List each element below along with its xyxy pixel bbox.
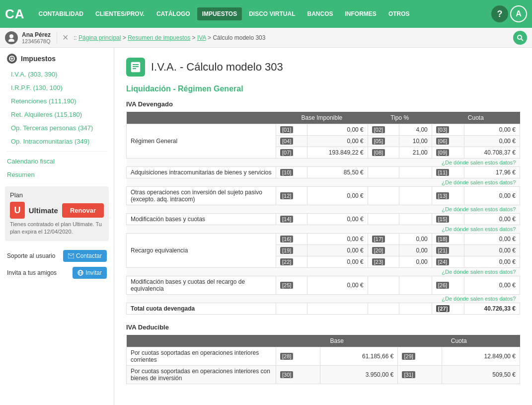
renovar-button[interactable]: Renovar	[62, 203, 104, 218]
donde-link-mod[interactable]: ¿De dónde salen estos datos?	[442, 226, 516, 232]
tag-17: [17]	[368, 234, 399, 245]
donde-link-regimen[interactable]: ¿De dónde salen estos datos?	[442, 160, 516, 165]
tag-empty-adq	[368, 167, 399, 178]
sidebar-item-irpf[interactable]: I.R.P.F. (130, 100)	[0, 81, 114, 94]
tag-29: [29]	[398, 347, 442, 366]
section-title: Liquidación - Régimen General	[126, 84, 520, 93]
tag-06: [06]	[432, 136, 464, 147]
iva-devengado-table: Base Imponible Tipo % Cuota Régimen Gene…	[126, 112, 520, 315]
tag-05: [05]	[368, 136, 399, 147]
tag-03: [03]	[432, 124, 464, 136]
tag-13: [13]	[432, 187, 464, 205]
tag-15: [15]	[432, 214, 464, 225]
donde-row-otras: ¿De dónde salen estos datos?	[127, 205, 520, 214]
val-empty-total2	[399, 303, 432, 315]
nav-catalogo[interactable]: CATÁLOGO	[152, 7, 195, 20]
nav-informes[interactable]: INFORMES	[340, 7, 381, 20]
tag-30: [30]	[276, 366, 320, 384]
tag-20: [20]	[368, 245, 399, 256]
iva-deducible-title: IVA Deducible	[126, 324, 520, 331]
val-23: 0,00	[399, 256, 432, 268]
second-bar: Ana Pérez 12345678Q ✕ :: Página principa…	[0, 28, 532, 48]
user-name: Ana Pérez	[22, 31, 51, 38]
top-nav: CA CONTABILIDAD CLIENTES/PROV. CATÁLOGO …	[0, 0, 532, 28]
val-empty-mod	[399, 214, 432, 225]
th-base-ded: Base	[276, 335, 398, 347]
sidebar-section-impuestos: Impuestos	[0, 48, 114, 68]
val-30: 3.950,00 €	[320, 366, 398, 384]
tag-31: [31]	[398, 366, 442, 384]
val-29: 12.849,00 €	[442, 347, 520, 366]
table-row: Modificación bases y cuotas [14] 0,00 € …	[127, 214, 520, 225]
table-row: Régimen General [01] 0,00 € [02] 4,00 [0…	[127, 124, 520, 136]
breadcrumb: :: Página principal > Resumen de impuest…	[74, 34, 513, 41]
val-14: 0,00 €	[307, 214, 368, 225]
nav-otros[interactable]: OTROS	[383, 7, 415, 20]
close-button[interactable]: ✕	[62, 33, 69, 42]
donde-link-otras[interactable]: ¿De dónde salen estos datos?	[442, 206, 516, 212]
tag-26: [26]	[432, 276, 464, 295]
donde-link-recargo[interactable]: ¿De dónde salen estos datos?	[442, 269, 516, 275]
val-01: 0,00 €	[307, 124, 368, 136]
table-row: Por cuotas soportadas en operaciones int…	[127, 347, 520, 366]
sidebar-item-retenciones[interactable]: Retenciones (111,190)	[0, 94, 114, 108]
val-20: 0,00	[399, 245, 432, 256]
val-17: 0,00	[399, 234, 432, 245]
breadcrumb-current: Cálculo modelo 303	[213, 34, 265, 41]
page-title: I.V.A. - Cálculo modelo 303	[151, 61, 283, 74]
tag-10: [10]	[276, 167, 307, 178]
invite-button[interactable]: Invitar	[73, 267, 107, 279]
sidebar-item-op-terceras[interactable]: Op. Terceras personas (347)	[0, 121, 114, 135]
user-avatar-nav[interactable]: A	[510, 5, 527, 22]
val-empty-otras	[399, 187, 432, 205]
nav-clientes[interactable]: CLIENTES/PROV.	[90, 7, 150, 20]
impuestos-icon	[7, 54, 17, 64]
table-row: Modificación bases y cuotas del recargo …	[127, 276, 520, 295]
sidebar-section-title-text: Impuestos	[21, 55, 56, 63]
total-label: Total cuota devengada	[127, 303, 276, 315]
help-button[interactable]: ?	[491, 5, 508, 22]
user-avatar	[5, 31, 18, 44]
donde-link-adq[interactable]: ¿De dónde salen estos datos?	[442, 179, 516, 185]
search-button[interactable]	[513, 31, 527, 45]
donde-link-mod-recargo[interactable]: ¿De dónde salen estos datos?	[442, 296, 516, 302]
sidebar-item-calendario[interactable]: Calendario fiscal	[0, 155, 114, 168]
val-09: 40.708,37 €	[464, 147, 520, 159]
table-row: Adquisiciones intracomunitarias de biene…	[127, 167, 520, 178]
content-area: I.V.A. - Cálculo modelo 303 Liquidación …	[114, 48, 532, 405]
sidebar-item-op-intracom[interactable]: Op. Intracomunitarias (349)	[0, 135, 114, 148]
tag-14: [14]	[276, 214, 307, 225]
val-12: 0,00 €	[307, 187, 368, 205]
val-16: 0,00 €	[307, 234, 368, 245]
iva-devengado-title: IVA Devengado	[126, 100, 520, 108]
val-empty-adq	[399, 167, 432, 178]
val-02: 4,00	[399, 124, 432, 136]
val-05: 10,00	[399, 136, 432, 147]
sidebar-item-ret-alquileres[interactable]: Ret. Alquileres (115,180)	[0, 108, 114, 121]
nav-bancos[interactable]: BANCOS	[303, 7, 338, 20]
svg-point-0	[9, 34, 13, 38]
contact-label: Contactar	[76, 252, 102, 259]
row-label-adq-intra: Adquisiciones intracomunitarias de biene…	[127, 167, 276, 178]
breadcrumb-home[interactable]: Página principal	[78, 34, 121, 41]
val-25: 0,00 €	[307, 276, 368, 295]
val-22: 0,00 €	[307, 256, 368, 268]
tag-21: [21]	[432, 245, 464, 256]
breadcrumb-resumen[interactable]: Resumen de impuestos	[128, 34, 190, 41]
sidebar-item-iva[interactable]: I.V.A. (303, 390)	[0, 68, 114, 81]
tag-empty-total1	[276, 303, 307, 315]
val-18: 0,00 €	[464, 234, 520, 245]
contact-button[interactable]: Contactar	[63, 250, 107, 262]
tag-19: [19]	[276, 245, 307, 256]
val-21: 0,00 €	[464, 245, 520, 256]
nav-disco[interactable]: DISCO VIRTUAL	[244, 7, 300, 20]
sidebar-bottom: Soporte al usuario Contactar Invita a tu…	[0, 246, 114, 288]
breadcrumb-iva[interactable]: IVA	[197, 34, 206, 41]
nav-impuestos[interactable]: IMPUESTOS	[197, 7, 242, 20]
val-27: 40.726,33 €	[464, 303, 520, 315]
sidebar-item-resumen[interactable]: Resumen	[0, 168, 114, 181]
sidebar: Impuestos I.V.A. (303, 390) I.R.P.F. (13…	[0, 48, 114, 405]
tag-04: [04]	[276, 136, 307, 147]
val-04: 0,00 €	[307, 136, 368, 147]
nav-contabilidad[interactable]: CONTABILIDAD	[34, 7, 88, 20]
